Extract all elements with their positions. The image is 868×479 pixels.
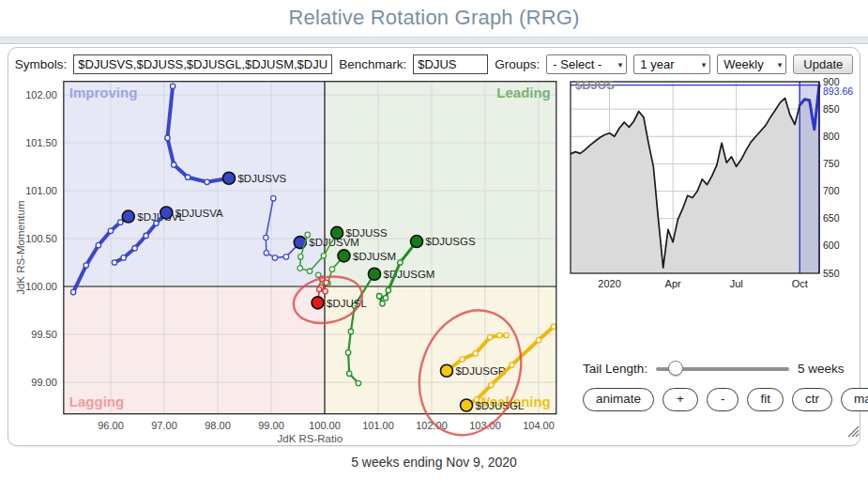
trail-point — [264, 235, 268, 240]
x-tick-label: 97.00 — [151, 420, 177, 431]
trail-point — [170, 84, 175, 88]
trail-point — [398, 260, 403, 265]
trail-point — [386, 287, 390, 292]
quadrant-label-leading: Leading — [496, 85, 551, 100]
trail-point — [154, 221, 159, 225]
chart-buttons: animate + - fit ctr max — [583, 388, 868, 411]
trail-point — [473, 351, 478, 356]
price-area — [571, 85, 819, 273]
trail-point — [264, 251, 268, 255]
benchmark-price-chart: 550600650700750800850900893.662020AprJul… — [564, 74, 860, 301]
x-tick-label: 99.00 — [258, 420, 284, 431]
trail-point — [172, 162, 176, 167]
trail-point — [329, 267, 334, 271]
trail-point — [348, 329, 353, 333]
x-axis-title: JdK RS-Ratio — [277, 433, 343, 444]
trail-point — [321, 254, 326, 258]
trail-point — [536, 337, 541, 342]
center-button[interactable]: ctr — [792, 388, 832, 411]
trail-point — [307, 269, 312, 273]
trail-point — [324, 280, 328, 285]
period-select-value: 1 year — [640, 57, 674, 71]
trail-point — [205, 179, 209, 184]
tail-length-value: 5 weeks — [798, 362, 845, 376]
trail-point — [347, 371, 352, 376]
fit-button[interactable]: fit — [747, 388, 784, 411]
price-x-tick-label: Apr — [665, 278, 681, 289]
benchmark-title: $DJUS — [575, 78, 615, 92]
chevron-down-icon: ▾ — [618, 60, 623, 70]
chevron-down-icon: ▾ — [702, 60, 707, 70]
x-tick-label: 100.00 — [309, 420, 341, 431]
max-button[interactable]: max — [841, 388, 868, 411]
zoom-out-button[interactable]: - — [707, 388, 739, 411]
symbol-dot-$DJUSS[interactable] — [331, 226, 343, 239]
frequency-select-value: Weekly — [723, 57, 763, 71]
trail-point — [551, 324, 556, 329]
price-y-tick-label: 650 — [823, 212, 840, 224]
y-tick-label: 101.50 — [25, 137, 57, 148]
slider-thumb[interactable] — [668, 361, 683, 376]
quadrant-label-improving: Improving — [69, 85, 138, 100]
trail-point — [132, 246, 137, 251]
rrg-chart: ImprovingLeadingLaggingWeakening96.0097.… — [10, 48, 575, 445]
tail-length-row: Tail Length: 5 weeks — [583, 361, 860, 376]
rrg-app: Relative Rotation Graph (RRG) Symbols: B… — [0, 0, 868, 479]
trail-point — [121, 255, 126, 260]
symbol-dot-$DJUSGR[interactable] — [440, 364, 452, 377]
y-tick-label: 100.50 — [25, 233, 57, 244]
trail-point — [510, 363, 514, 367]
symbol-dot-$DJUSVA[interactable] — [160, 207, 173, 219]
price-y-tick-label: 750 — [823, 158, 840, 169]
period-select[interactable]: 1 year ▾ — [633, 54, 710, 74]
trail-point — [489, 382, 494, 387]
header-divider — [0, 37, 868, 44]
y-tick-label: 99.00 — [31, 377, 57, 388]
trail-point — [356, 380, 360, 385]
trail-point — [283, 255, 288, 259]
y-tick-label: 102.00 — [25, 89, 57, 100]
price-y-tick-label: 600 — [823, 240, 840, 251]
trail-point — [376, 294, 381, 299]
trail-point — [317, 286, 322, 291]
last-value-label: 893.66 — [823, 85, 853, 97]
trail-point — [305, 232, 310, 237]
x-tick-label: 101.00 — [362, 420, 394, 431]
symbol-dot-$DJUSVL[interactable] — [122, 210, 134, 223]
symbol-dot-$DJUSL[interactable] — [312, 297, 324, 309]
symbol-label-$DJUSVA: $DJUSVA — [175, 208, 223, 219]
symbol-dot-$DJUSGS[interactable] — [411, 236, 423, 248]
trail-point — [70, 289, 75, 294]
frequency-select[interactable]: Weekly ▾ — [717, 54, 786, 74]
zoom-in-button[interactable]: + — [662, 388, 698, 411]
symbol-dot-$DJUSGL[interactable] — [461, 399, 473, 411]
price-x-tick-label: 2020 — [598, 278, 620, 289]
trail-point — [297, 266, 302, 270]
trail-point — [112, 260, 116, 265]
price-y-tick-label: 550 — [823, 268, 840, 279]
update-button[interactable]: Update — [793, 54, 853, 74]
quadrant-label-lagging: Lagging — [69, 394, 124, 409]
trail-point — [272, 255, 277, 260]
trail-point — [383, 296, 388, 301]
y-axis-title: JdK RS-Momentum — [15, 201, 26, 295]
trail-point — [84, 263, 88, 268]
trail-point — [298, 255, 303, 259]
tail-length-label: Tail Length: — [583, 362, 647, 376]
price-x-tick-label: Jul — [730, 278, 743, 289]
symbol-label-$DJUSGS: $DJUSGS — [426, 236, 476, 247]
animate-button[interactable]: animate — [583, 388, 654, 411]
page-title: Relative Rotation Graph (RRG) — [0, 0, 868, 36]
trail-point — [323, 288, 327, 293]
trail-point — [497, 332, 502, 337]
symbol-dot-$DJUSVS[interactable] — [222, 172, 235, 184]
resize-handle-icon[interactable] — [846, 425, 860, 438]
tail-length-slider[interactable] — [656, 361, 789, 376]
symbol-dot-$DJUSM[interactable] — [338, 250, 350, 262]
symbol-dot-$DJUSGM[interactable] — [369, 268, 381, 280]
price-x-tick-label: Oct — [792, 278, 808, 289]
symbol-label-$DJUSVS: $DJUSVS — [237, 173, 286, 184]
trail-point — [96, 242, 100, 247]
symbol-label-$DJUSGM: $DJUSGM — [384, 269, 435, 280]
trail-point — [504, 332, 509, 337]
